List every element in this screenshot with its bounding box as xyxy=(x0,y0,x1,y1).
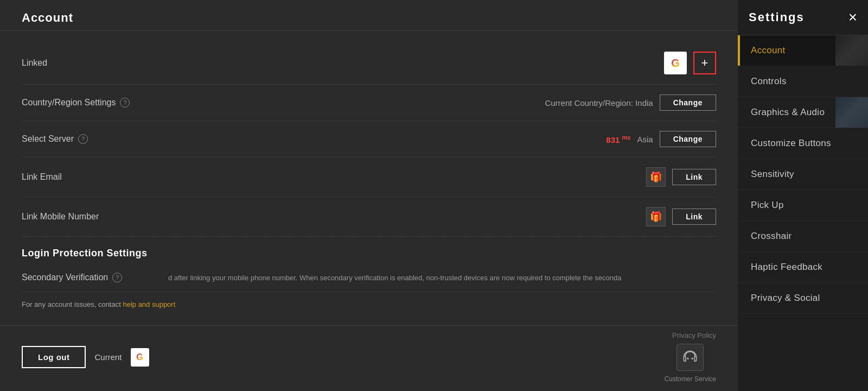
current-label: Current xyxy=(94,352,122,362)
customer-service-label: Customer Service xyxy=(665,375,716,383)
country-region-value: Current Country/Region: India xyxy=(545,98,653,108)
select-server-change-button[interactable]: Change xyxy=(660,131,716,147)
main-header-title: Account xyxy=(22,11,73,24)
country-region-change-button[interactable]: Change xyxy=(660,94,716,111)
link-mobile-button[interactable]: Link xyxy=(672,209,716,225)
close-button[interactable]: × xyxy=(848,10,857,25)
customer-service-button[interactable] xyxy=(676,344,704,371)
linked-right: G + xyxy=(664,52,716,74)
sidebar-item-controls[interactable]: Controls xyxy=(738,66,868,97)
select-server-help-icon[interactable]: ? xyxy=(78,134,88,144)
linked-label: Linked xyxy=(22,58,47,68)
main-content: Account Linked G + Country/Region Settin… xyxy=(0,0,738,391)
svg-point-0 xyxy=(687,358,689,360)
sidebar-item-haptic-feedback[interactable]: Haptic Feedback xyxy=(738,252,868,283)
sidebar-item-privacy-social[interactable]: Privacy & Social xyxy=(738,283,868,314)
link-mobile-gift-icon: 🎁 xyxy=(646,207,666,226)
country-region-label: Country/Region Settings ? xyxy=(22,98,130,108)
google-linked-icon: G xyxy=(664,52,687,74)
ping-unit: ms xyxy=(622,134,631,141)
account-thumbnail xyxy=(835,35,868,66)
current-google-icon: G xyxy=(131,348,149,367)
graphics-thumbnail xyxy=(835,97,868,128)
sidebar-item-crosshair[interactable]: Crosshair xyxy=(738,221,868,252)
logout-button[interactable]: Log out xyxy=(22,346,86,368)
sidebar-item-graphics-audio[interactable]: Graphics & Audio xyxy=(738,97,868,128)
main-header: Account xyxy=(0,0,738,31)
select-server-row: Select Server ? 831 ms Asia Change xyxy=(22,121,716,157)
select-server-right: 831 ms Asia Change xyxy=(606,131,716,147)
bottom-area: Log out Current G Privacy Policy xyxy=(0,325,738,391)
customer-service-area: Customer Service xyxy=(665,344,716,383)
account-issues-text: For any account issues, contact help and… xyxy=(22,292,716,317)
settings-title: Settings xyxy=(749,10,805,24)
settings-sidebar: Settings × Account Controls Graphics & A… xyxy=(738,0,868,391)
sidebar-item-pick-up[interactable]: Pick Up xyxy=(738,190,868,221)
link-email-gift-icon: 🎁 xyxy=(646,167,666,187)
main-body: Linked G + Country/Region Settings ? Cur… xyxy=(0,31,738,325)
country-region-help-icon[interactable]: ? xyxy=(120,98,130,108)
linked-row: Linked G + xyxy=(22,42,716,85)
sidebar-item-customize-buttons[interactable]: Customize Buttons xyxy=(738,128,868,159)
link-email-row: Link Email 🎁 Link xyxy=(22,157,716,197)
add-link-button[interactable]: + xyxy=(693,52,716,74)
help-support-link[interactable]: help and support xyxy=(123,300,175,308)
login-protection-title: Login Protection Settings xyxy=(22,237,716,264)
link-email-label: Link Email xyxy=(22,172,62,182)
server-region-value: Asia xyxy=(637,135,653,144)
sidebar-item-sensitivity[interactable]: Sensitivity xyxy=(738,159,868,190)
sidebar-item-account[interactable]: Account xyxy=(738,35,868,66)
bottom-right: Privacy Policy Customer Service xyxy=(665,331,716,383)
secondary-verification-help-icon[interactable]: ? xyxy=(112,273,122,282)
privacy-policy-link[interactable]: Privacy Policy xyxy=(672,331,716,339)
link-mobile-row: Link Mobile Number 🎁 Link xyxy=(22,197,716,237)
bottom-row: Log out Current G Privacy Policy xyxy=(22,331,716,383)
link-mobile-label: Link Mobile Number xyxy=(22,212,99,222)
country-region-right: Current Country/Region: India Change xyxy=(545,94,716,111)
country-region-row: Country/Region Settings ? Current Countr… xyxy=(22,85,716,121)
secondary-verification-text: d after linking your mobile phone number… xyxy=(157,273,716,283)
secondary-verification-row: Secondary Verification ? d after linking… xyxy=(22,264,716,292)
select-server-label: Select Server ? xyxy=(22,134,88,144)
server-ping-value: 831 ms xyxy=(606,134,630,144)
secondary-verification-label: Secondary Verification ? xyxy=(22,273,157,282)
svg-point-1 xyxy=(692,358,694,360)
bottom-left: Log out Current G xyxy=(22,346,149,368)
link-mobile-right: 🎁 Link xyxy=(646,207,716,226)
link-email-button[interactable]: Link xyxy=(672,169,716,185)
settings-header: Settings × xyxy=(738,0,868,35)
link-email-right: 🎁 Link xyxy=(646,167,716,187)
